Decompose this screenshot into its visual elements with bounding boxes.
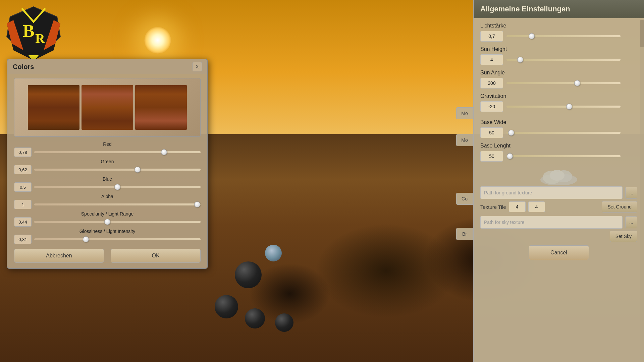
- blue-slider-track[interactable]: [34, 186, 201, 188]
- cloud-area: [480, 166, 637, 186]
- gravitation-slider-thumb[interactable]: [566, 104, 572, 110]
- red-slider-track[interactable]: [34, 151, 201, 153]
- specularity-slider-row: Specularity / Light Range 0,44: [14, 211, 201, 227]
- ground-texture-input-line: Path for ground texture ...: [480, 186, 637, 199]
- alpha-value: 1: [14, 200, 32, 209]
- lichtstaerke-value: 0,7: [480, 31, 503, 42]
- glossiness-label: Glossiness / Light Intensity: [14, 229, 201, 234]
- red-slider-thumb[interactable]: [161, 149, 167, 155]
- base-lenght-row: Base Lenght 50: [480, 143, 637, 162]
- alpha-slider-row: Alpha 1: [14, 194, 201, 209]
- right-panel: Allgemeine Einstellungen Lichtstärke 0,7…: [473, 0, 644, 362]
- sun-height-value: 4: [480, 54, 503, 65]
- sun-angle-row: Sun Angle 200: [480, 70, 637, 88]
- alpha-slider-track[interactable]: [34, 203, 201, 205]
- set-ground-button[interactable]: Set Ground: [602, 201, 637, 213]
- sky-texture-input-line: Path for sky texture ...: [480, 216, 637, 229]
- specularity-label: Specularity / Light Range: [14, 211, 201, 217]
- gravitation-slider-line: -20: [480, 101, 637, 112]
- ok-button[interactable]: OK: [111, 249, 201, 263]
- specularity-slider-thumb[interactable]: [104, 219, 110, 225]
- sphere-3: [215, 295, 238, 318]
- specularity-value: 0,44: [14, 217, 32, 227]
- red-label: Red: [14, 141, 201, 147]
- glossiness-slider-thumb[interactable]: [83, 236, 89, 242]
- sun-angle-slider-line: 200: [480, 78, 637, 88]
- mo-button-1[interactable]: Mo: [456, 107, 473, 119]
- alpha-slider-thumb[interactable]: [194, 201, 200, 207]
- sphere-4: [245, 308, 265, 328]
- wood-plank-2: [82, 85, 133, 130]
- ground-texture-browse-button[interactable]: ...: [625, 187, 637, 199]
- sun-height-slider-thumb[interactable]: [517, 57, 523, 63]
- gravitation-label: Gravitation: [480, 93, 637, 99]
- gravitation-value: -20: [480, 101, 503, 112]
- alpha-slider-line: 1: [14, 200, 201, 209]
- base-wide-value: 50: [480, 127, 503, 138]
- specularity-slider-track[interactable]: [34, 221, 201, 223]
- texture-tile-row: Texture Tile 4 4 Set Ground: [480, 201, 637, 213]
- blue-slider-line: 0,5: [14, 182, 201, 192]
- sun-angle-slider-thumb[interactable]: [574, 80, 580, 86]
- tile-y-value[interactable]: 4: [528, 201, 545, 212]
- glossiness-slider-row: Glossiness / Light Intensity 0,31: [14, 229, 201, 244]
- colors-dialog-body: Red 0,78 Green 0,62 Blue 0,5: [7, 74, 207, 268]
- close-button[interactable]: X: [193, 62, 202, 71]
- base-wide-row: Base Wide 50: [480, 119, 637, 138]
- panel-scrollbar-thumb[interactable]: [640, 20, 644, 47]
- dialog-footer: Abbrechen OK: [14, 249, 201, 263]
- ground-texture-row: Path for ground texture ... Texture Tile…: [480, 186, 637, 213]
- green-slider-row: Green 0,62: [14, 159, 201, 174]
- colors-title-bar: Colors X: [7, 59, 207, 74]
- sky-texture-input[interactable]: Path for sky texture: [480, 216, 623, 229]
- base-wide-slider-thumb[interactable]: [508, 130, 514, 136]
- glossiness-slider-track[interactable]: [34, 238, 201, 240]
- base-lenght-slider-thumb[interactable]: [507, 153, 513, 159]
- sun-height-slider-track[interactable]: [506, 59, 621, 61]
- ground-texture-input[interactable]: Path for ground texture: [480, 186, 623, 199]
- red-slider-row: Red 0,78: [14, 141, 201, 157]
- svg-text:R: R: [35, 31, 45, 46]
- alpha-label: Alpha: [14, 194, 201, 199]
- base-lenght-slider-track[interactable]: [506, 155, 621, 157]
- green-slider-thumb[interactable]: [135, 167, 141, 173]
- sky-texture-placeholder: Path for sky texture: [484, 220, 525, 225]
- base-lenght-label: Base Lenght: [480, 143, 637, 149]
- logo: B R: [3, 3, 64, 64]
- sphere-5: [275, 313, 293, 332]
- base-wide-slider-track[interactable]: [506, 132, 621, 134]
- lichtstaerke-row: Lichtstärke 0,7: [480, 23, 637, 42]
- ground-texture-placeholder: Path for ground texture: [484, 190, 532, 195]
- sky-texture-browse-button[interactable]: ...: [625, 216, 637, 228]
- panel-body: Lichtstärke 0,7 Sun Height 4 Sun Angle: [474, 18, 644, 360]
- panel-scrollbar-track[interactable]: [640, 20, 644, 362]
- svg-point-6: [550, 170, 565, 181]
- tile-x-value[interactable]: 4: [509, 201, 526, 212]
- sky-texture-row: Path for sky texture ... Set Sky: [480, 216, 637, 242]
- lichtstaerke-slider-track[interactable]: [506, 35, 621, 37]
- co-button[interactable]: Co: [456, 193, 473, 205]
- mo-button-2[interactable]: Mo: [456, 134, 473, 146]
- green-value: 0,62: [14, 165, 32, 174]
- lichtstaerke-label: Lichtstärke: [480, 23, 637, 29]
- panel-cancel-button[interactable]: Cancel: [529, 245, 589, 260]
- colors-dialog: Colors X Red 0,78 Green 0,62: [7, 59, 208, 269]
- gravitation-slider-track[interactable]: [506, 106, 621, 108]
- glossiness-value: 0,31: [14, 235, 32, 244]
- br-button[interactable]: Br: [456, 228, 473, 240]
- blue-value: 0,5: [14, 182, 32, 192]
- set-sky-button[interactable]: Set Sky: [610, 231, 637, 242]
- sun-angle-slider-track[interactable]: [506, 82, 621, 84]
- specularity-slider-line: 0,44: [14, 217, 201, 227]
- red-slider-line: 0,78: [14, 147, 201, 157]
- wood-plank-3: [135, 85, 187, 130]
- lichtstaerke-slider-thumb[interactable]: [529, 33, 535, 39]
- cancel-button[interactable]: Abbrechen: [14, 249, 104, 263]
- green-slider-track[interactable]: [34, 169, 201, 171]
- sun-angle-label: Sun Angle: [480, 70, 637, 76]
- sun-height-slider-line: 4: [480, 54, 637, 65]
- sphere-1: [235, 261, 262, 288]
- base-wide-slider-line: 50: [480, 127, 637, 138]
- blue-slider-thumb[interactable]: [114, 184, 120, 190]
- separator-1: [480, 117, 637, 119]
